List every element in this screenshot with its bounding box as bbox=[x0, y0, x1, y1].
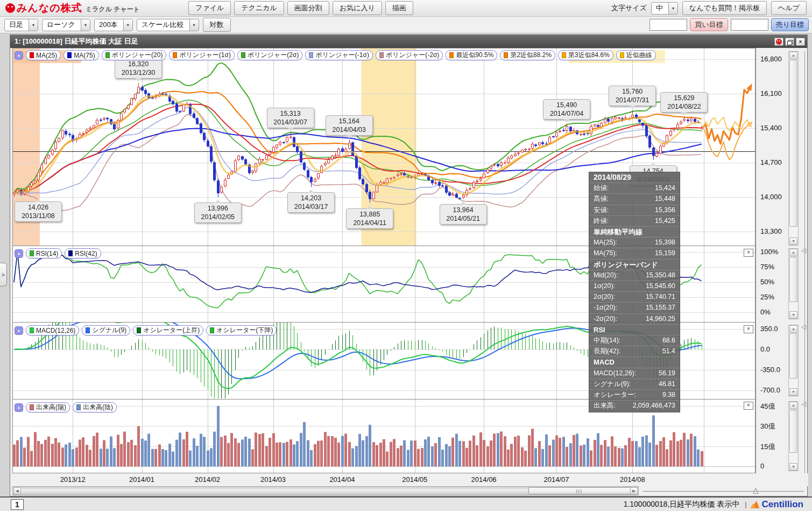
menu-button-file[interactable]: ファイル bbox=[188, 1, 231, 15]
legend-bollinger-minus-1s[interactable]: ボリンジャー(-1σ) bbox=[305, 50, 372, 60]
legend-ma-25[interactable]: MA(25) bbox=[26, 50, 61, 60]
brand-subtitle: ミラクル チャート bbox=[86, 5, 140, 14]
sell-target-input[interactable] bbox=[731, 19, 768, 31]
menu-button-favorites[interactable]: お気に入り bbox=[333, 1, 382, 15]
tooltip-row: 安値:15,356 bbox=[589, 205, 680, 215]
legend-volume-down[interactable]: 出来高(陰) bbox=[73, 402, 117, 412]
scroll-right-icon[interactable]: ▶ bbox=[630, 487, 638, 494]
help-button[interactable]: ヘルプ bbox=[771, 1, 807, 15]
legend-ma-75[interactable]: MA(75) bbox=[63, 50, 98, 60]
chevron-down-icon[interactable]: ▼ bbox=[123, 19, 132, 31]
panel-vertical-scrollbar[interactable]: ▲▼ bbox=[788, 325, 799, 396]
horizontal-scroll-thumb[interactable] bbox=[528, 487, 631, 494]
collapse-panel-icon[interactable]: ▲ bbox=[15, 403, 23, 412]
legend-swatch bbox=[309, 52, 313, 58]
chevron-down-icon[interactable]: ▼ bbox=[29, 19, 38, 31]
legend-rsi-42[interactable]: RSI(42) bbox=[65, 248, 101, 258]
log-scale-button[interactable]: 対数 bbox=[203, 18, 231, 32]
buy-target-button[interactable]: 買い目標 bbox=[690, 18, 728, 31]
scroll-up-icon[interactable]: ▲ bbox=[789, 325, 797, 333]
main-menu: ファイルテクニカル画面分割お気に入り描画 bbox=[188, 1, 413, 15]
buy-target-input[interactable] bbox=[649, 19, 687, 31]
legend-swatch bbox=[504, 52, 508, 58]
panel-vertical-scrollbar[interactable]: ▲▼ bbox=[788, 51, 799, 246]
legend-bollinger-20[interactable]: ボリンジャー(20) bbox=[102, 50, 167, 60]
legend-second-match[interactable]: 第2近似88.2% bbox=[500, 50, 555, 60]
legend-volume-up[interactable]: 出来高(陽) bbox=[26, 402, 70, 412]
legend-best-match[interactable]: 最近似90.5% bbox=[446, 50, 497, 60]
mascot-icon[interactable] bbox=[774, 38, 783, 46]
collapse-panel-icon[interactable]: ▲ bbox=[15, 326, 23, 335]
close-rsi-panel-icon[interactable]: × bbox=[744, 249, 753, 257]
sell-target-button[interactable]: 売り目標 bbox=[771, 18, 809, 31]
legend-bollinger-minus-2s[interactable]: ボリンジャー(-2σ) bbox=[376, 50, 443, 60]
legend-macd-12-26[interactable]: MACD(12,26) bbox=[26, 325, 79, 335]
resize-handle-icon[interactable]: ◁ bbox=[801, 247, 806, 254]
menu-button-technical[interactable]: テクニカル bbox=[234, 1, 284, 15]
header-right: 文字サイズ 中 ▼ なんでも質問！掲示板 ヘルプ bbox=[611, 1, 807, 15]
font-size-select[interactable]: 中 ▼ bbox=[651, 2, 678, 15]
annotation-value: 16,320 bbox=[115, 60, 161, 68]
chart-type-select[interactable]: ローソク ▼ bbox=[42, 19, 90, 31]
annotation-value: 13,885 bbox=[347, 210, 393, 219]
menu-button-draw[interactable]: 描画 bbox=[385, 1, 413, 15]
panel-vertical-scrollbar[interactable]: ▲▼ bbox=[788, 401, 799, 471]
close-volume-panel-icon[interactable]: × bbox=[744, 402, 753, 410]
legend-bollinger-plus-1s[interactable]: ボリンジャー(1σ) bbox=[169, 50, 234, 60]
legend-oscillator-down[interactable]: オシレーター(下降) bbox=[206, 325, 277, 335]
chevron-down-icon[interactable]: ▼ bbox=[668, 3, 677, 14]
scroll-left-icon[interactable]: ◀ bbox=[13, 487, 21, 494]
scroll-up-icon[interactable]: ▲ bbox=[789, 402, 797, 409]
scale-compare-select[interactable]: スケール比較 ▼ bbox=[137, 19, 199, 31]
resize-handle-icon[interactable]: ◁ bbox=[801, 324, 806, 330]
vertical-scroll-thumb[interactable] bbox=[789, 257, 797, 302]
resize-rail bbox=[804, 51, 805, 473]
slider-track bbox=[642, 491, 804, 492]
horizontal-scrollbar[interactable]: ◀ ▶ bbox=[12, 486, 639, 495]
collapse-panel-icon[interactable]: ▲ bbox=[15, 249, 23, 258]
panel-vertical-scrollbar[interactable]: ▲▼ bbox=[788, 248, 799, 319]
tooltip-row: ボリンジャーバンド bbox=[589, 259, 680, 270]
period-select[interactable]: 日足 ▼ bbox=[4, 19, 38, 31]
close-window-icon[interactable]: × bbox=[796, 38, 805, 46]
annotation-value: 15,629 bbox=[661, 94, 707, 102]
slider-knob-icon[interactable]: △ bbox=[753, 486, 759, 494]
legend-signal-9[interactable]: シグナル(9) bbox=[82, 325, 130, 335]
sidebar-expand-tab[interactable]: > bbox=[0, 263, 7, 286]
qa-board-button[interactable]: なんでも質問！掲示板 bbox=[682, 1, 767, 15]
chart-tab-1[interactable]: 1 bbox=[11, 499, 24, 510]
vertical-scroll-thumb[interactable] bbox=[789, 333, 797, 379]
bar-count-select[interactable]: 200本 ▼ bbox=[94, 19, 133, 31]
volume-panel-legend: ▲出来高(陽)出来高(陰) bbox=[15, 402, 117, 412]
chevron-down-icon[interactable]: ▼ bbox=[81, 19, 90, 31]
scroll-down-icon[interactable]: ▼ bbox=[789, 388, 797, 396]
scroll-down-icon[interactable]: ▼ bbox=[789, 311, 797, 319]
legend-bollinger-plus-2s[interactable]: ボリンジャー(2σ) bbox=[237, 50, 302, 60]
app-header: みんなの株式 ミラクル チャート ファイルテクニカル画面分割お気に入り描画 文字… bbox=[0, 0, 812, 17]
scroll-down-icon[interactable]: ▼ bbox=[789, 237, 797, 245]
vertical-scroll-thumb[interactable] bbox=[789, 60, 797, 227]
vertical-scroll-thumb[interactable] bbox=[789, 410, 797, 453]
bar-width-slider[interactable]: △ bbox=[642, 486, 804, 496]
legend-rsi-14[interactable]: RSI(14) bbox=[26, 248, 62, 258]
resize-handle-icon[interactable]: ◁ bbox=[801, 401, 806, 407]
close-macd-panel-icon[interactable]: × bbox=[744, 325, 753, 333]
legend-label: ボリンジャー(1σ) bbox=[179, 51, 230, 60]
scroll-up-icon[interactable]: ▲ bbox=[789, 249, 797, 256]
legend-third-match[interactable]: 第3近似84.6% bbox=[558, 50, 613, 60]
tooltip-row: Mid(20):15,350.48 bbox=[589, 270, 680, 281]
thumb-grip-icon bbox=[576, 489, 583, 493]
legend-swatch bbox=[86, 327, 90, 333]
annotation-value: 15,313 bbox=[267, 109, 314, 118]
legend-fitted-curve[interactable]: 近似曲線 bbox=[616, 50, 656, 60]
axis-tick-label: 350.0 bbox=[760, 325, 778, 333]
restore-window-icon[interactable] bbox=[785, 38, 794, 46]
collapse-panel-icon[interactable]: ▲ bbox=[15, 51, 23, 60]
chart-window-titlebar[interactable]: 1: [100000018] 日経平均株価 大証 日足 × bbox=[10, 35, 807, 48]
time-axis-label: 2014/07 bbox=[538, 475, 575, 484]
scroll-down-icon[interactable]: ▼ bbox=[789, 463, 797, 471]
legend-oscillator-up[interactable]: オシレーター(上昇) bbox=[133, 325, 203, 335]
menu-button-split-screen[interactable]: 画面分割 bbox=[287, 1, 329, 15]
scroll-up-icon[interactable]: ▲ bbox=[789, 52, 797, 59]
chevron-down-icon[interactable]: ▼ bbox=[189, 19, 199, 31]
